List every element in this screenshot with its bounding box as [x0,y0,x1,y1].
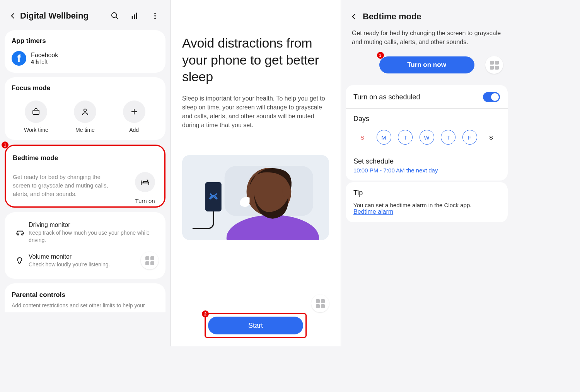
day-sat[interactable]: S [484,130,498,145]
svg-line-1 [116,17,118,19]
briefcase-icon [25,101,47,123]
back-icon[interactable] [8,11,18,21]
facebook-icon: f [12,51,26,66]
parental-controls-card[interactable]: Parental controls Add content restrictio… [5,283,165,312]
header: Bedtime mode [341,0,512,26]
more-icon[interactable] [150,11,160,21]
focus-mode-card: Focus mode Work time Me time Add [5,77,165,140]
day-wed[interactable]: W [420,130,434,145]
bedtime-intro-panel: Avoid distractions from your phone to ge… [171,0,341,346]
header-actions [110,11,160,21]
svg-point-18 [282,186,290,197]
app-name: Facebook [31,52,58,59]
set-schedule-row[interactable]: Set schedule 10:00 PM - 7:00 AM the next… [353,157,500,174]
back-icon[interactable] [349,12,359,22]
svg-point-7 [154,18,156,19]
chart-icon[interactable] [130,11,140,21]
days-selector: S M T W T F S [353,130,500,145]
day-sun[interactable]: S [355,130,370,145]
page-subtitle: Get ready for bed by changing the screen… [341,26,512,46]
schedule-value: 10:00 PM - 7:00 AM the next day [353,167,500,174]
page-title: Bedtime mode [363,12,421,22]
page-title: Digital Wellbeing [20,11,110,21]
search-icon[interactable] [110,11,120,21]
header: Digital Wellbeing [0,0,170,28]
car-icon [12,228,29,238]
focus-item-add[interactable]: Add [113,101,155,133]
turn-on-now-button[interactable]: Turn on now [379,56,474,73]
tip-label: Tip [353,189,500,197]
app-time-left: 4 h left [31,59,58,65]
app-timers-card[interactable]: App timers f Facebook 4 h left [5,30,165,73]
monitors-card: Driving monitor Keep track of how much y… [5,212,165,279]
turn-on-scheduled-row[interactable]: Turn on as scheduled [353,92,500,102]
grid-icon[interactable] [311,295,329,312]
step-badge-2: 2 [202,310,209,317]
days-label: Days [353,115,500,123]
focus-mode-heading: Focus mode [12,84,159,92]
bedtime-heading: Bedtime mode [13,154,157,162]
bed-icon [135,172,155,192]
sleep-illustration [182,155,329,240]
grid-icon[interactable] [141,252,159,269]
svg-point-5 [154,13,156,14]
tip-card: Tip You can set a bedtime alarm in the C… [346,182,508,222]
day-fri[interactable]: F [462,130,477,145]
grid-icon[interactable] [485,56,503,74]
bedtime-description: Get ready for bed by changing the screen… [13,173,113,198]
tip-text: You can set a bedtime alarm in the Clock… [353,202,500,208]
driving-monitor-row[interactable]: Driving monitor Keep track of how much y… [12,218,159,248]
svg-point-6 [154,15,156,17]
digital-wellbeing-panel: Digital Wellbeing App timers f Facebook … [0,0,171,346]
step-badge-3: 3 [377,52,384,59]
start-button[interactable]: Start [208,317,303,334]
bedtime-mode-card[interactable]: Bedtime mode Get ready for bed by changi… [5,145,165,208]
step-badge-1: 1 [2,141,9,148]
svg-rect-8 [33,110,39,114]
start-button-highlight: 2 Start [205,313,307,338]
person-icon [74,101,96,123]
ear-icon [12,256,29,266]
day-thu[interactable]: T [441,130,455,145]
app-timer-row[interactable]: f Facebook 4 h left [12,51,159,66]
bedtime-settings-panel: Bedtime mode Get ready for bed by changi… [341,0,512,346]
svg-rect-4 [136,13,137,19]
intro-heading: Avoid distractions from your phone to ge… [182,35,329,85]
plus-icon [123,101,145,123]
bedtime-alarm-link[interactable]: Bedtime alarm [353,208,393,215]
svg-point-12 [17,234,19,235]
svg-rect-2 [132,16,133,19]
schedule-toggle[interactable] [483,92,500,102]
volume-monitor-row[interactable]: Volume monitor Check how loudly you're l… [12,248,159,273]
focus-item-me[interactable]: Me time [64,101,106,133]
svg-rect-3 [134,14,135,19]
day-tue[interactable]: T [398,130,413,145]
svg-point-13 [22,234,23,235]
focus-item-work[interactable]: Work time [15,101,57,133]
schedule-card: Turn on as scheduled Days S M T W T F S … [346,85,508,181]
day-mon[interactable]: M [377,130,391,145]
app-timers-heading: App timers [12,37,159,45]
turn-on-button[interactable]: Turn on [135,172,155,204]
intro-body: Sleep is important for your health. To h… [182,94,329,130]
svg-point-9 [84,109,86,111]
